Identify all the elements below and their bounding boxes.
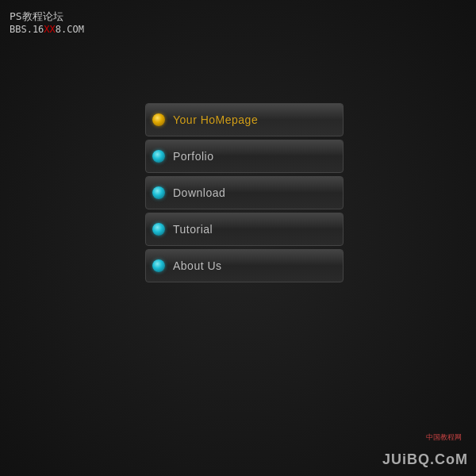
dot-cyan-icon — [152, 186, 165, 199]
nav-item-about[interactable]: About Us — [145, 249, 344, 282]
header: PS教程论坛 BBS.16XX8.COM — [10, 10, 84, 35]
dot-cyan-icon — [152, 259, 165, 272]
watermark-main: JUiBQ.CoM — [382, 451, 468, 468]
nav-label-portfolio: Porfolio — [173, 150, 213, 163]
watermark: 中国教程网 JUiBQ.CoM — [382, 451, 468, 468]
dot-cyan-icon — [152, 223, 165, 236]
site-title: PS教程论坛 — [10, 10, 84, 24]
nav-label-homepage: Your HoMepage — [173, 113, 258, 126]
url-prefix: BBS.16 — [10, 24, 44, 35]
nav-item-homepage[interactable]: Your HoMepage — [145, 103, 344, 136]
nav-label-about: About Us — [173, 259, 222, 272]
nav-item-portfolio[interactable]: Porfolio — [145, 140, 344, 173]
site-url: BBS.16XX8.COM — [10, 24, 84, 35]
watermark-cn-label: 中国教程网 — [426, 432, 462, 443]
nav-item-tutorial[interactable]: Tutorial — [145, 213, 344, 246]
dot-yellow-icon — [152, 113, 165, 126]
nav-label-download: Download — [173, 186, 225, 199]
nav-menu: Your HoMepagePorfolioDownloadTutorialAbo… — [145, 103, 344, 282]
nav-item-download[interactable]: Download — [145, 176, 344, 209]
nav-label-tutorial: Tutorial — [173, 223, 213, 236]
dot-cyan-icon — [152, 150, 165, 163]
url-highlight: XX — [44, 24, 55, 35]
url-suffix: 8.COM — [56, 24, 84, 35]
